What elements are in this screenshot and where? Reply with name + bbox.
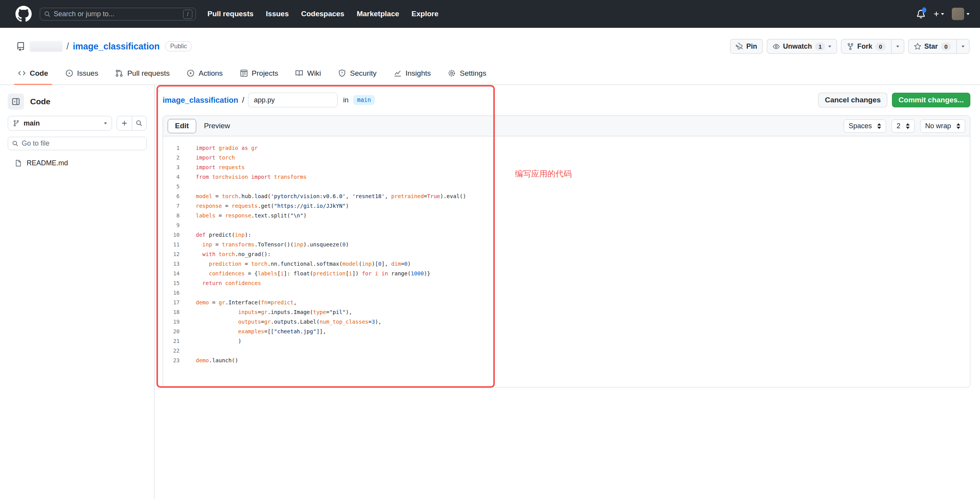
unwatch-button[interactable]: Unwatch 1 bbox=[767, 39, 837, 54]
new-file-button[interactable] bbox=[117, 116, 132, 130]
sidebar-header: Code bbox=[8, 93, 51, 110]
repo-owner-blurred[interactable] bbox=[30, 41, 63, 52]
code-line[interactable]: 23demo.launch() bbox=[163, 356, 970, 365]
indent-size-select[interactable]: 2 bbox=[892, 119, 915, 133]
tab-security[interactable]: Security bbox=[333, 62, 382, 85]
chevron-down-icon bbox=[941, 13, 944, 15]
code-line[interactable]: 13 prediction = torch.nn.functional.soft… bbox=[163, 259, 970, 269]
code-line[interactable]: 21 ) bbox=[163, 336, 970, 346]
pull-request-icon bbox=[115, 69, 123, 77]
main-pane: image_classification / in main Cancel ch… bbox=[155, 85, 980, 499]
star-button-group: Star 0 bbox=[908, 39, 970, 54]
code-line[interactable]: 19 outputs=gr.outputs.Label(num_top_clas… bbox=[163, 317, 970, 327]
code-line[interactable]: 16 bbox=[163, 288, 970, 298]
collapse-sidebar-button[interactable] bbox=[8, 93, 24, 110]
code-line[interactable]: 17demo = gr.Interface(fn=predict, bbox=[163, 298, 970, 307]
tab-settings[interactable]: Settings bbox=[442, 62, 492, 85]
nav-marketplace[interactable]: Marketplace bbox=[357, 10, 399, 18]
code-line[interactable]: 4from torchvision import transforms bbox=[163, 172, 970, 182]
branch-selector[interactable]: main bbox=[8, 116, 112, 131]
code-line[interactable]: 5 bbox=[163, 182, 970, 192]
star-count: 0 bbox=[941, 42, 951, 51]
select-arrows-icon bbox=[956, 123, 960, 129]
fork-button[interactable]: Fork 0 bbox=[841, 39, 891, 54]
code-line[interactable]: 7response = requests.get("https://git.io… bbox=[163, 201, 970, 211]
tab-code[interactable]: Code bbox=[12, 62, 54, 85]
chevron-down-icon bbox=[896, 46, 899, 48]
tab-insights[interactable]: Insights bbox=[388, 62, 436, 85]
tab-pull-requests[interactable]: Pull requests bbox=[110, 62, 175, 85]
code-line[interactable]: 11 inp = transforms.ToTensor()(inp).unsq… bbox=[163, 240, 970, 250]
code-line-content: def predict(inp): bbox=[196, 230, 251, 240]
indent-mode-select[interactable]: Spaces bbox=[844, 119, 886, 133]
tab-projects[interactable]: Projects bbox=[234, 62, 284, 85]
github-logo-icon[interactable] bbox=[15, 6, 32, 22]
filename-input[interactable] bbox=[248, 93, 338, 107]
code-line-content: return confidences bbox=[196, 278, 261, 288]
code-line[interactable]: 22 bbox=[163, 346, 970, 356]
line-number: 13 bbox=[163, 259, 180, 269]
select-arrows-icon bbox=[906, 123, 910, 129]
code-line[interactable]: 6model = torch.hub.load('pytorch/vision:… bbox=[163, 192, 970, 201]
file-tree-item-readme[interactable]: README.md bbox=[15, 157, 68, 169]
line-number: 6 bbox=[163, 192, 180, 201]
actions-play-icon bbox=[187, 69, 195, 77]
tab-issues[interactable]: Issues bbox=[60, 62, 104, 85]
search-tree-button[interactable] bbox=[132, 116, 147, 130]
code-line[interactable]: 3import requests bbox=[163, 163, 970, 172]
cancel-changes-button[interactable]: Cancel changes bbox=[818, 93, 887, 107]
tab-wiki[interactable]: Wiki bbox=[290, 62, 326, 85]
notifications-bell-icon[interactable] bbox=[916, 9, 926, 19]
pin-button[interactable]: Pin bbox=[730, 39, 763, 54]
code-line-content: response = requests.get("https://git.io/… bbox=[196, 201, 349, 211]
search-input[interactable] bbox=[51, 10, 183, 18]
repo-name-link[interactable]: image_classification bbox=[73, 41, 160, 52]
tab-actions[interactable]: Actions bbox=[181, 62, 228, 85]
graph-icon bbox=[394, 69, 402, 77]
tree-actions bbox=[117, 116, 147, 131]
code-line[interactable]: 9 bbox=[163, 221, 970, 230]
go-to-file-input[interactable] bbox=[22, 139, 143, 148]
code-line[interactable]: 2import torch bbox=[163, 153, 970, 163]
nav-issues[interactable]: Issues bbox=[266, 10, 289, 18]
line-number: 10 bbox=[163, 230, 180, 240]
code-line[interactable]: 15 return confidences bbox=[163, 278, 970, 288]
chevron-down-icon bbox=[966, 13, 970, 15]
plus-icon: + bbox=[934, 8, 939, 19]
fork-dropdown-button[interactable] bbox=[892, 39, 904, 54]
chevron-down-icon bbox=[828, 46, 831, 48]
breadcrumb-repo-link[interactable]: image_classification bbox=[163, 96, 238, 105]
code-line[interactable]: 18 inputs=gr.inputs.Image(type="pil"), bbox=[163, 307, 970, 317]
repo-tab-bar: Code Issues Pull requests Actions Projec… bbox=[0, 62, 980, 85]
create-new-button[interactable]: + bbox=[934, 8, 944, 19]
visibility-badge: Public bbox=[165, 41, 192, 51]
chevron-down-icon bbox=[961, 46, 965, 48]
code-line[interactable]: 10def predict(inp): bbox=[163, 230, 970, 240]
star-dropdown-button[interactable] bbox=[957, 39, 970, 54]
code-line[interactable]: 8labels = response.text.split("\n") bbox=[163, 211, 970, 221]
watch-count: 1 bbox=[815, 42, 825, 51]
code-line-content: import torch bbox=[196, 153, 235, 163]
global-search[interactable]: / bbox=[40, 8, 196, 20]
current-branch-label: main bbox=[24, 119, 100, 127]
user-menu[interactable] bbox=[952, 8, 970, 20]
preview-tab[interactable]: Preview bbox=[196, 119, 238, 133]
code-editor[interactable]: 1import gradio as gr2import torch3import… bbox=[163, 136, 970, 365]
nav-explore[interactable]: Explore bbox=[411, 10, 438, 18]
code-lines: 1import gradio as gr2import torch3import… bbox=[163, 143, 970, 365]
wrap-mode-select[interactable]: No wrap bbox=[920, 119, 965, 133]
go-to-file-box[interactable] bbox=[8, 137, 147, 150]
code-line[interactable]: 20 examples=[["cheetah.jpg"]], bbox=[163, 327, 970, 336]
nav-codespaces[interactable]: Codespaces bbox=[301, 10, 344, 18]
search-icon bbox=[136, 120, 143, 127]
branch-badge[interactable]: main bbox=[353, 95, 375, 105]
code-line[interactable]: 1import gradio as gr bbox=[163, 143, 970, 153]
code-line[interactable]: 14 confidences = {labels[i]: float(predi… bbox=[163, 269, 970, 278]
commit-changes-button[interactable]: Commit changes... bbox=[892, 93, 970, 107]
star-button[interactable]: Star 0 bbox=[908, 39, 957, 54]
sidebar-title: Code bbox=[30, 97, 51, 106]
nav-pull-requests[interactable]: Pull requests bbox=[207, 10, 253, 18]
wiki-book-icon bbox=[295, 69, 303, 77]
edit-tab[interactable]: Edit bbox=[168, 119, 196, 133]
code-line[interactable]: 12 with torch.no_grad(): bbox=[163, 250, 970, 259]
